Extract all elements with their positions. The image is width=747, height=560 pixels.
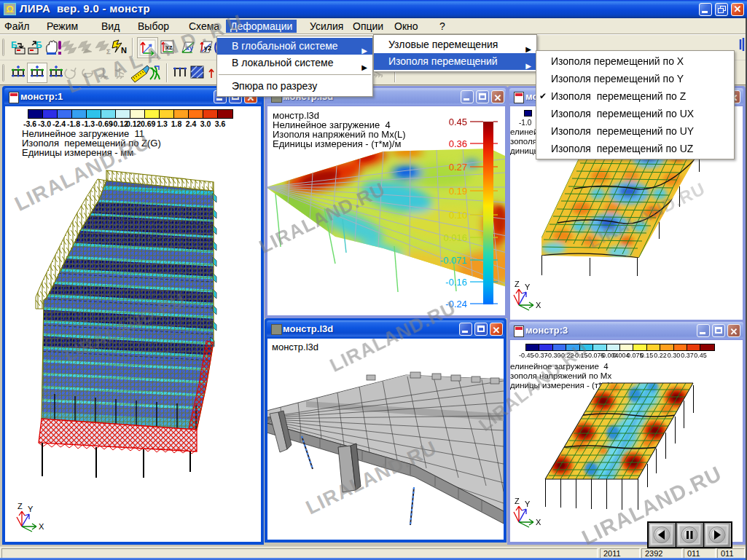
svg-text:0.27: 0.27 — [449, 162, 467, 173]
svg-text:0.19: 0.19 — [449, 186, 467, 197]
svg-text:Y: Y — [525, 500, 531, 508]
svg-text:Y: Y — [525, 283, 531, 291]
svg-text:Z: Z — [515, 497, 520, 505]
svg-text:0.016: 0.016 — [443, 232, 467, 243]
svg-text:Z: Z — [515, 280, 520, 288]
svg-text:-0.16: -0.16 — [445, 277, 467, 288]
svg-text:xy: xy — [186, 44, 193, 52]
svg-text:N: N — [121, 46, 127, 55]
svg-text:Б: Б — [36, 40, 42, 50]
svg-text:Z: Z — [17, 502, 23, 510]
svg-text:0.36: 0.36 — [449, 138, 467, 149]
svg-text:y2: y2 — [204, 44, 211, 52]
svg-text:-0.071: -0.071 — [440, 255, 467, 266]
svg-text:Y: Y — [28, 505, 34, 513]
svg-text:0.10: 0.10 — [449, 210, 467, 221]
svg-text:X: X — [39, 522, 44, 531]
svg-text:0.45: 0.45 — [449, 117, 467, 127]
svg-text:X: X — [536, 301, 541, 309]
svg-text:X: X — [536, 518, 541, 527]
svg-text:xz: xz — [165, 44, 173, 51]
svg-text:-0.24: -0.24 — [445, 299, 467, 309]
svg-text:Σ: Σ — [106, 48, 111, 55]
